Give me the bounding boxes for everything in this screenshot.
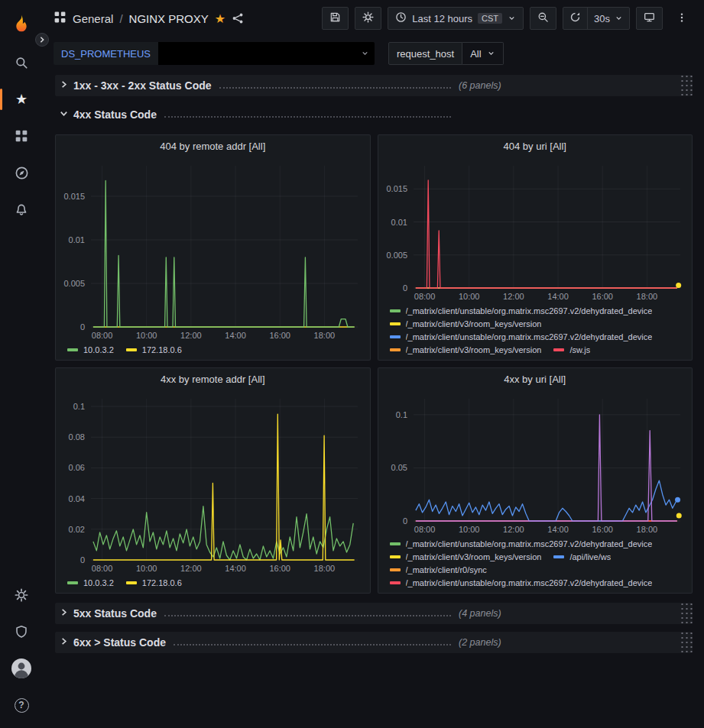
save-dashboard-button[interactable]: [322, 7, 349, 30]
chart-plot[interactable]: 08:0010:0012:0014:0016:0018:0000.050.1: [378, 391, 693, 538]
chart-legend: 10.0.3.2172.18.0.6: [56, 577, 370, 593]
svg-text:12:00: 12:00: [503, 525, 524, 534]
svg-text:08:00: 08:00: [92, 331, 113, 340]
ds-prometheus-label: DS_PROMETHEUS: [54, 42, 158, 65]
svg-text:10:00: 10:00: [458, 525, 479, 534]
sidebar-item-alerting[interactable]: [0, 191, 43, 228]
legend-label: /_matrix/client/unstable/org.matrix.msc2…: [406, 578, 653, 587]
legend-item[interactable]: /_matrix/client/unstable/org.matrix.msc2…: [390, 578, 653, 587]
legend-item[interactable]: /api/live/ws: [553, 552, 611, 561]
dotted-leader: [164, 116, 451, 118]
sidebar-item-profile[interactable]: [0, 650, 43, 687]
legend-item[interactable]: 10.0.3.2: [67, 345, 114, 354]
legend-label: /_matrix/client/v3/room_keys/version: [406, 319, 542, 328]
ds-prometheus-select[interactable]: [158, 42, 375, 65]
clock-icon: [395, 11, 407, 25]
zoom-out-button[interactable]: [530, 7, 556, 30]
svg-text:0.04: 0.04: [69, 494, 85, 503]
legend-label: /sw.js: [569, 345, 590, 354]
legend-item[interactable]: /_matrix/client/unstable/org.matrix.msc2…: [390, 306, 653, 315]
time-range-picker[interactable]: Last 12 hours CST: [388, 7, 524, 30]
dashboard-variables-row: DS_PROMETHEUS request_host All: [43, 37, 704, 70]
legend-label: /_matrix/client/unstable/org.matrix.msc2…: [406, 332, 653, 341]
svg-text:10:00: 10:00: [136, 331, 157, 340]
legend-item[interactable]: /_matrix/client/v3/room_keys/version: [390, 552, 542, 561]
breadcrumb-separator: /: [119, 12, 122, 25]
sidebar-item-dashboards[interactable]: [0, 118, 43, 154]
breadcrumb-dashboard-title[interactable]: NGINX PROXY: [129, 12, 209, 25]
sidebar-item-starred[interactable]: [0, 81, 43, 118]
sidebar-item-configuration[interactable]: [0, 577, 43, 613]
legend-label: /_matrix/client/unstable/org.matrix.msc2…: [406, 539, 653, 548]
row-title-group: 4xx Status Code: [73, 108, 456, 121]
sidebar-item-server-admin[interactable]: [0, 613, 43, 650]
chart-plot[interactable]: 08:0010:0012:0014:0016:0018:0000.020.040…: [56, 391, 370, 577]
row-6xx[interactable]: 6xx > Status Code (2 panels): [55, 632, 693, 653]
legend-item[interactable]: /sw.js: [553, 345, 590, 354]
request-host-select[interactable]: All: [462, 42, 503, 65]
legend-item[interactable]: /_matrix/client/unstable/org.matrix.msc2…: [390, 332, 653, 341]
request-host-label: request_host: [388, 42, 462, 65]
legend-item[interactable]: /_matrix/client/r0/sync: [390, 565, 487, 574]
row-title: 4xx Status Code: [73, 108, 157, 121]
request-host-value: All: [470, 48, 481, 60]
refresh-interval-dropdown[interactable]: 30s: [587, 8, 629, 29]
legend-item[interactable]: /_matrix/client/unstable/org.matrix.msc2…: [390, 539, 653, 548]
sidebar-item-explore[interactable]: [0, 154, 43, 191]
sidebar-item-search[interactable]: [0, 44, 43, 81]
variable-ds-prometheus: DS_PROMETHEUS: [54, 42, 375, 65]
chart-plot[interactable]: 08:0010:0012:0014:0016:0018:0000.0050.01…: [378, 158, 693, 305]
grafana-flame-icon: [10, 13, 33, 36]
chevron-down-icon: [508, 13, 516, 24]
chevron-right-icon: [59, 79, 69, 89]
panel-404-by-uri: 404 by uri [All] 08:0010:0012:0014:0016:…: [378, 134, 693, 361]
chart-plot[interactable]: 08:0010:0012:0014:0016:0018:0000.0050.01…: [56, 158, 370, 344]
breadcrumb-section[interactable]: General: [73, 12, 113, 25]
svg-text:14:00: 14:00: [225, 331, 246, 340]
sidebar-item-help[interactable]: [0, 687, 43, 723]
legend-swatch: [390, 555, 401, 558]
monitor-icon: [644, 11, 655, 25]
refresh-interval-label: 30s: [594, 13, 610, 24]
legend-item[interactable]: 172.18.0.6: [126, 345, 182, 354]
legend-item[interactable]: /_matrix/client/v3/room_keys/version: [390, 319, 542, 328]
panel-title[interactable]: 4xx by remote addr [All]: [56, 368, 370, 391]
legend-swatch: [390, 322, 401, 325]
legend-swatch: [390, 542, 401, 545]
chart-legend: /_matrix/client/unstable/org.matrix.msc2…: [378, 305, 693, 360]
legend-item[interactable]: /_matrix/client/v3/room_keys/version: [390, 345, 542, 354]
dotted-leader: [174, 644, 451, 645]
row-4xx[interactable]: 4xx Status Code: [55, 104, 693, 125]
tv-mode-button[interactable]: [636, 7, 663, 30]
panel-title[interactable]: 404 by remote addr [All]: [56, 135, 370, 158]
favorite-star-icon[interactable]: [215, 11, 225, 26]
row-drag-handle[interactable]: [681, 603, 693, 624]
panel-4xx-by-remote-addr: 4xx by remote addr [All] 08:0010:0012:00…: [55, 367, 371, 594]
svg-text:08:00: 08:00: [414, 525, 435, 534]
row-title-group: 5xx Status Code: [73, 607, 456, 620]
panel-title[interactable]: 4xx by uri [All]: [378, 368, 693, 391]
dashboard-settings-button[interactable]: [355, 7, 381, 30]
row-drag-handle[interactable]: [681, 632, 693, 653]
chevron-down-icon: [59, 108, 69, 118]
refresh-button[interactable]: [563, 8, 587, 29]
legend-item[interactable]: 10.0.3.2: [67, 578, 114, 587]
dashboard-content: 1xx - 3xx - 2xx Status Code (6 panels) 4…: [43, 70, 704, 728]
legend-label: /_matrix/client/v3/room_keys/version: [406, 552, 542, 561]
refresh-icon: [569, 11, 581, 25]
row-title: 5xx Status Code: [73, 607, 157, 620]
kebab-menu-button[interactable]: [669, 7, 695, 30]
row-5xx[interactable]: 5xx Status Code (4 panels): [55, 603, 693, 624]
sidebar-toggle-button[interactable]: [35, 33, 49, 47]
bell-icon: [15, 202, 28, 216]
legend-item[interactable]: 172.18.0.6: [126, 578, 182, 587]
row-1xx-3xx-2xx[interactable]: 1xx - 3xx - 2xx Status Code (6 panels): [55, 75, 693, 96]
dashboards-grid-icon: [15, 129, 28, 143]
legend-swatch: [390, 581, 401, 584]
variable-request-host: request_host All: [388, 42, 504, 65]
panel-title[interactable]: 404 by uri [All]: [378, 135, 693, 158]
share-icon[interactable]: [232, 12, 244, 24]
svg-text:0.015: 0.015: [63, 192, 85, 201]
row-drag-handle[interactable]: [681, 75, 693, 96]
legend-swatch: [553, 555, 564, 558]
